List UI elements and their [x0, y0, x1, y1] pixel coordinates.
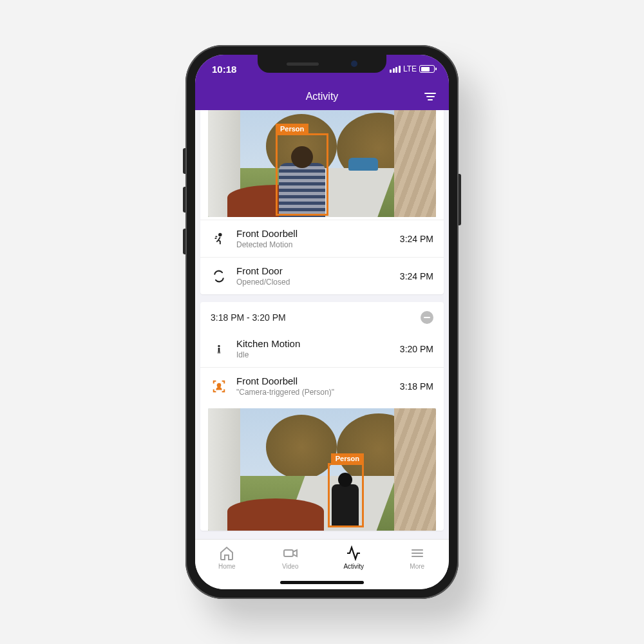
detection-box: Person — [328, 463, 364, 527]
battery-icon — [419, 65, 435, 73]
event-row[interactable]: Front Doorbell Detected Motion 3:24 PM — [200, 220, 444, 257]
time-range: 3:18 PM - 3:20 PM — [211, 312, 286, 323]
event-subtitle: Detected Motion — [236, 240, 400, 249]
event-subtitle: Opened/Closed — [236, 278, 400, 287]
group-header[interactable]: 3:18 PM - 3:20 PM — [200, 302, 444, 330]
tab-label: Activity — [343, 563, 364, 570]
tab-more[interactable]: More — [386, 540, 450, 575]
tab-label: Video — [282, 563, 298, 570]
event-time: 3:18 PM — [400, 381, 433, 392]
screen: 10:18 LTE Activity — [195, 55, 449, 589]
home-indicator[interactable] — [280, 581, 364, 584]
svg-point-0 — [219, 233, 222, 236]
svg-point-1 — [218, 345, 220, 346]
activity-feed[interactable]: Person Front Doorbell Detected Motion 3:… — [195, 110, 449, 539]
event-row[interactable]: Kitchen Motion Idle 3:20 PM — [200, 330, 444, 367]
person-idle-icon — [211, 343, 227, 355]
event-title: Front Doorbell — [236, 375, 400, 386]
tab-label: Home — [218, 563, 236, 570]
network-label: LTE — [403, 64, 417, 73]
tab-label: More — [410, 563, 424, 570]
person-detect-icon — [211, 379, 227, 393]
event-card[interactable]: Person Front Doorbell Detected Motion 3:… — [200, 110, 444, 294]
event-group-card: 3:18 PM - 3:20 PM Kitchen Motion Idle 3:… — [200, 302, 444, 531]
event-time: 3:24 PM — [400, 234, 433, 244]
collapse-icon[interactable] — [421, 311, 433, 324]
page-title: Activity — [306, 91, 339, 102]
detection-label: Person — [276, 124, 308, 134]
phone-frame: 10:18 LTE Activity — [185, 45, 459, 599]
event-time: 3:24 PM — [400, 271, 433, 281]
camera-thumbnail[interactable]: Person — [208, 408, 436, 531]
event-row[interactable]: Front Doorbell "Camera-triggered (Person… — [200, 367, 444, 404]
camera-thumbnail[interactable]: Person — [208, 110, 436, 217]
filter-button[interactable] — [423, 90, 437, 104]
tab-activity[interactable]: Activity — [322, 540, 386, 575]
event-subtitle: Idle — [236, 350, 400, 359]
signal-icon — [390, 66, 401, 73]
svg-rect-3 — [284, 550, 293, 556]
event-row[interactable]: Front Door Opened/Closed 3:24 PM — [200, 257, 444, 294]
tab-video[interactable]: Video — [259, 540, 323, 575]
open-close-icon — [211, 270, 227, 283]
event-title: Front Door — [236, 265, 400, 276]
detection-label: Person — [331, 453, 364, 464]
event-time: 3:20 PM — [400, 344, 433, 354]
notch — [258, 55, 386, 73]
event-title: Front Doorbell — [236, 228, 400, 239]
nav-bar: Activity — [195, 83, 449, 110]
svg-point-2 — [218, 383, 221, 386]
detection-box: Person — [276, 133, 328, 216]
event-title: Kitchen Motion — [236, 338, 400, 349]
clock: 10:18 — [212, 64, 236, 75]
event-subtitle: "Camera-triggered (Person)" — [236, 388, 400, 397]
motion-icon — [211, 232, 227, 246]
tab-home[interactable]: Home — [195, 540, 259, 575]
